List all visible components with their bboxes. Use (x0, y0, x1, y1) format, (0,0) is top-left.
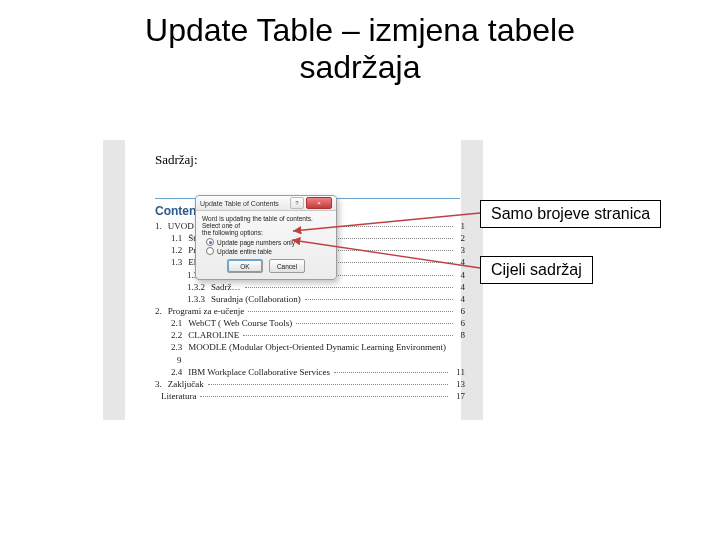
toc-text: WebCT ( Web Course Tools) (188, 317, 292, 329)
title-line1: Update Table – izmjena tabele (145, 12, 575, 48)
toc-row: 2.3MOODLE (Modular Object-Oriented Dynam… (171, 341, 465, 353)
ok-button[interactable]: OK (227, 259, 263, 273)
toc-page: 3 (461, 244, 466, 256)
option-label: Update entire table (217, 248, 272, 255)
toc-page: 1 (461, 220, 466, 232)
toc-leader (243, 335, 452, 336)
title-line2: sadržaja (300, 49, 421, 85)
toc-page: 4 (461, 269, 466, 281)
toc-text: Zaključak (168, 378, 204, 390)
dialog-title-text: Update Table of Contents (200, 200, 279, 207)
dialog-body: Word is updating the table of contents. … (196, 211, 336, 279)
word-document-screenshot: Sadržaj: Contents 1.UVOD11.1Što je e-uč…… (103, 140, 483, 420)
dialog-titlebar: Update Table of Contents ? × (196, 196, 336, 211)
toc-row: 2.Programi za e-učenje6 (155, 305, 465, 317)
option-entire-table[interactable]: Update entire table (206, 247, 330, 255)
toc-leader (200, 396, 448, 397)
toc-row: 1.3.2Sadrž…4 (187, 281, 465, 293)
slide-title: Update Table – izmjena tabele sadržaja (0, 12, 720, 86)
option-label: Update page numbers only (217, 239, 295, 246)
toc-leader (208, 384, 448, 385)
toc-text: Sadrž… (211, 281, 241, 293)
toc-page: 8 (461, 329, 466, 341)
toc-number: 2.3 (171, 341, 182, 353)
toc-page: 4 (461, 256, 466, 268)
toc-leader (248, 311, 452, 312)
toc-number: 3. (155, 378, 162, 390)
toc-number: 1.1 (171, 232, 182, 244)
toc-page: 11 (456, 366, 465, 378)
toc-text: Suradnja (Collaboration) (211, 293, 301, 305)
cancel-button[interactable]: Cancel (269, 259, 305, 273)
toc-text: 9 (177, 354, 182, 366)
toc-text: Programi za e-učenje (168, 305, 244, 317)
callout-entire-content: Cijeli sadržaj (480, 256, 593, 284)
toc-number: 1.3.2 (187, 281, 205, 293)
toc-text: CLAROLINE (188, 329, 239, 341)
toc-number: 1.2 (171, 244, 182, 256)
toc-text: IBM Workplace Collaborative Services (188, 366, 330, 378)
toc-number: 1.3.3 (187, 293, 205, 305)
toc-text: UVOD (168, 220, 194, 232)
toc-text: Literatura (161, 390, 196, 402)
toc-page: 6 (461, 305, 466, 317)
toc-row: 9 (171, 354, 465, 366)
dialog-prompt: Word is updating the table of contents. … (202, 215, 330, 236)
doc-sadrzaj-label: Sadržaj: (155, 152, 198, 168)
option-page-numbers[interactable]: Update page numbers only (206, 238, 330, 246)
update-toc-dialog: Update Table of Contents ? × Word is upd… (195, 195, 337, 280)
toc-row: 1.3.3Suradnja (Collaboration)4 (187, 293, 465, 305)
toc-number: 2.4 (171, 366, 182, 378)
toc-number: 1.3 (171, 256, 182, 268)
radio-icon (206, 247, 214, 255)
toc-page: 17 (456, 390, 465, 402)
toc-page: 13 (456, 378, 465, 390)
page-margin-left (103, 140, 125, 420)
toc-number: 2.1 (171, 317, 182, 329)
toc-number: 2. (155, 305, 162, 317)
toc-row: 2.1WebCT ( Web Course Tools)6 (171, 317, 465, 329)
toc-row: 3.Zaključak13 (155, 378, 465, 390)
toc-leader (296, 323, 452, 324)
toc-number: 1. (155, 220, 162, 232)
help-button[interactable]: ? (290, 197, 304, 209)
toc-text: MOODLE (Modular Object-Oriented Dynamic … (188, 341, 446, 353)
toc-number: 2.2 (171, 329, 182, 341)
toc-page: 2 (461, 232, 466, 244)
toc-page: 4 (461, 293, 466, 305)
toc-page: 4 (461, 281, 466, 293)
toc-row: 2.2CLAROLINE8 (171, 329, 465, 341)
toc-page: 6 (461, 317, 466, 329)
close-button[interactable]: × (306, 197, 332, 209)
dialog-buttons: OK Cancel (202, 259, 330, 273)
toc-leader (334, 372, 448, 373)
toc-row: Literatura17 (155, 390, 465, 402)
radio-icon (206, 238, 214, 246)
toc-row: 2.4IBM Workplace Collaborative Services1… (171, 366, 465, 378)
page-body: Sadržaj: Contents 1.UVOD11.1Što je e-uč…… (125, 140, 461, 420)
callout-page-numbers: Samo brojeve stranica (480, 200, 661, 228)
toc-leader (305, 299, 453, 300)
toc-leader (245, 287, 453, 288)
